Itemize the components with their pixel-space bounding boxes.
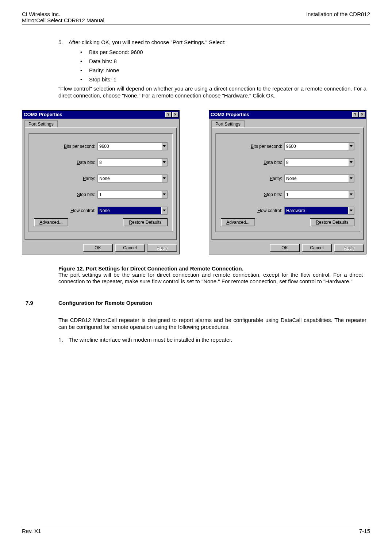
- label-data-bits: Data bits:: [51, 160, 95, 165]
- combo-parity[interactable]: None: [97, 174, 168, 183]
- label-parity: Parity:: [238, 176, 282, 181]
- chevron-down-icon[interactable]: [161, 207, 167, 214]
- label-flow-control: Flow control:: [51, 208, 95, 213]
- page-header-2: MirrorCell Select CDR812 Manual: [22, 17, 370, 23]
- page-header: CI Wireless Inc. Installation of the CDR…: [22, 11, 370, 17]
- combo-parity[interactable]: None: [284, 174, 354, 183]
- section-step-1-text: The wireline interface with modem must b…: [69, 337, 232, 344]
- combo-flow-control[interactable]: None: [97, 207, 168, 215]
- label-bits: Bits per second:: [238, 144, 282, 149]
- chevron-down-icon[interactable]: [161, 191, 167, 198]
- tab-port-settings[interactable]: Port Settings: [24, 120, 58, 127]
- footer-rev: Rev. X1: [22, 528, 41, 534]
- combo-bits-per-second[interactable]: 9600: [97, 142, 168, 150]
- restore-defaults-button[interactable]: Restore Defaults: [310, 218, 354, 226]
- settings-group: Bits per second: 9600 Data bits:: [28, 133, 173, 232]
- cancel-button[interactable]: Cancel: [302, 244, 332, 252]
- label-data-bits: Data bits:: [238, 160, 282, 165]
- step-5: 5. After clicking OK, you will need to c…: [58, 39, 366, 45]
- ok-button[interactable]: OK: [270, 244, 300, 252]
- footer-page: 7-15: [359, 528, 370, 534]
- step-5-text: After clicking OK, you will need to choo…: [69, 39, 226, 45]
- dialog-titlebar: COM2 Properties ? ✕: [209, 111, 366, 119]
- bullet-icon: •: [80, 58, 89, 64]
- restore-defaults-button[interactable]: Restore Defaults: [123, 218, 168, 226]
- tab-port-settings[interactable]: Port Settings: [211, 120, 245, 127]
- combo-flow-control[interactable]: Hardware: [284, 207, 354, 215]
- close-icon[interactable]: ✕: [359, 112, 365, 118]
- flow-control-paragraph: "Flow control" selection will depend on …: [58, 85, 366, 99]
- help-icon[interactable]: ?: [165, 112, 172, 118]
- dialog-title: COM2 Properties: [24, 112, 62, 117]
- header-company: CI Wireless Inc.: [22, 11, 60, 17]
- label-flow-control: Flow control:: [238, 208, 282, 213]
- section-step-1-num: 1.: [58, 337, 69, 344]
- apply-button: Apply: [147, 244, 177, 252]
- bullet-icon: •: [80, 77, 89, 82]
- page-footer: Rev. X1 7-15: [22, 526, 370, 534]
- label-stop-bits: Stop bits:: [238, 192, 282, 197]
- advanced-button[interactable]: Advanced...: [34, 218, 68, 226]
- chevron-down-icon[interactable]: [348, 175, 354, 182]
- section-title: Configuration for Remote Operation: [58, 300, 152, 306]
- chevron-down-icon[interactable]: [348, 143, 354, 150]
- close-icon[interactable]: ✕: [172, 112, 178, 118]
- bullet-2-text: Data bits: 8: [89, 58, 117, 64]
- chevron-down-icon[interactable]: [348, 207, 354, 214]
- section-paragraph: The CDR812 MirrorCell repeater is design…: [58, 317, 366, 331]
- com2-properties-dialog-remote: COM2 Properties ? ✕ Port Settings Bits p…: [209, 110, 366, 254]
- apply-button: Apply: [334, 244, 364, 252]
- bullet-3-text: Parity: None: [89, 67, 119, 73]
- bullet-1-text: Bits per Second: 9600: [89, 49, 143, 55]
- chevron-down-icon[interactable]: [348, 191, 354, 198]
- chevron-down-icon[interactable]: [161, 175, 167, 182]
- help-icon[interactable]: ?: [352, 112, 358, 118]
- bullet-2: • Data bits: 8: [58, 58, 366, 64]
- dialog-title: COM2 Properties: [211, 112, 249, 117]
- settings-group: Bits per second: 9600 Data bits:: [215, 133, 360, 232]
- com2-properties-dialog-direct: COM2 Properties ? ✕ Port Settings Bits p…: [22, 110, 180, 254]
- figure-caption: Figure 12. Port Settings for Direct Conn…: [58, 265, 366, 285]
- bullet-4-text: Stop bits: 1: [89, 76, 116, 82]
- section-number: 7.9: [26, 300, 58, 306]
- step-5-num: 5.: [58, 39, 69, 45]
- combo-bits-per-second[interactable]: 9600: [284, 142, 354, 150]
- chevron-down-icon[interactable]: [161, 143, 167, 150]
- section-step-1: 1. The wireline interface with modem mus…: [58, 337, 366, 344]
- chevron-down-icon[interactable]: [161, 159, 167, 166]
- bullet-3: • Parity: None: [58, 67, 366, 73]
- ok-button[interactable]: OK: [83, 244, 113, 252]
- label-stop-bits: Stop bits:: [51, 192, 95, 197]
- cancel-button[interactable]: Cancel: [115, 244, 145, 252]
- chevron-down-icon[interactable]: [348, 159, 354, 166]
- combo-stop-bits[interactable]: 1: [97, 191, 168, 199]
- section-heading: 7.9 Configuration for Remote Operation: [26, 300, 366, 306]
- label-bits: Bits per second:: [51, 144, 95, 149]
- bullet-4: • Stop bits: 1: [58, 76, 366, 82]
- bullet-1: • Bits per Second: 9600: [58, 49, 366, 55]
- header-section: Installation of the CDR812: [306, 11, 370, 17]
- combo-stop-bits[interactable]: 1: [284, 191, 354, 199]
- dialog-titlebar: COM2 Properties ? ✕: [22, 111, 179, 119]
- label-parity: Parity:: [51, 176, 95, 181]
- bullet-icon: •: [80, 68, 89, 73]
- bullet-icon: •: [80, 49, 89, 55]
- combo-data-bits[interactable]: 8: [284, 158, 354, 166]
- header-manual: MirrorCell Select CDR812 Manual: [22, 17, 104, 23]
- figure-text: The port settings will be the same for d…: [58, 272, 363, 285]
- figure-title: Figure 12. Port Settings for Direct Conn…: [58, 265, 363, 272]
- combo-data-bits[interactable]: 8: [97, 158, 168, 166]
- advanced-button[interactable]: Advanced...: [221, 218, 255, 226]
